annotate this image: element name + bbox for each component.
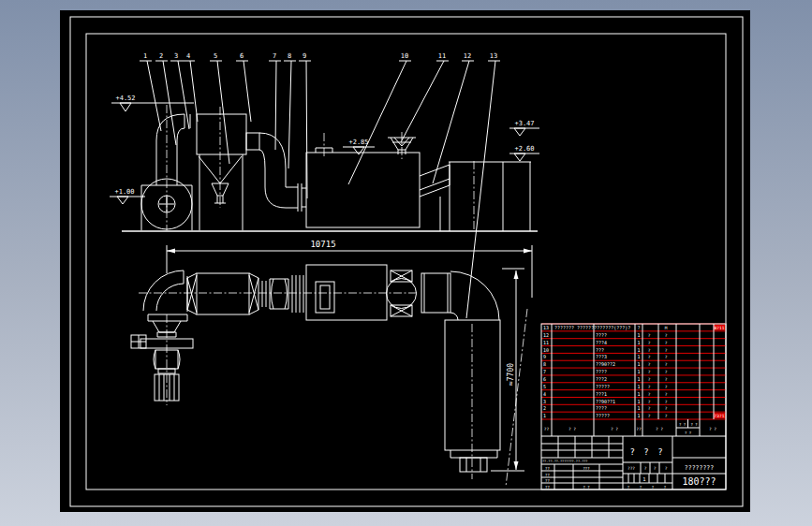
bom-cell-name: ???3 [596, 354, 607, 359]
scale-label: ??? [627, 466, 635, 471]
elevation-mark: +3.47 [514, 120, 534, 127]
bom-cell-qty: 1 [637, 347, 640, 353]
bom-cell-total-weight: ? [665, 370, 668, 374]
sig-label: ?? [545, 478, 550, 483]
drawing-title: ? ? ? [629, 447, 664, 457]
elevation-mark: +2.85 [348, 139, 368, 146]
leader-label: 2 [159, 52, 163, 60]
bom-cell-unit-weight: ? [648, 333, 651, 338]
bom-cell-unit-weight: ? [648, 341, 651, 345]
bom-cell-total-weight: ? [665, 348, 668, 353]
bom-cell-no: 3 [543, 399, 546, 404]
bom-cell-qty: ? [637, 325, 640, 330]
bom-cell-no: 4 [543, 391, 546, 397]
leader-label: 3 [174, 52, 178, 60]
bom-cell-no: 11 [543, 340, 549, 345]
sig-label: ?? [545, 466, 550, 471]
bom-cell-unit-weight: ? [648, 348, 651, 353]
bom-cell-unit-weight: ? [648, 355, 651, 359]
bom-cell-name: ???1 [596, 391, 607, 397]
bom-cell-total-weight: ? [665, 385, 668, 389]
bom-cell-total-weight: ? [665, 355, 668, 359]
bom-header-qty: ?? [636, 427, 642, 431]
bom-cell-name: ??????? ?????????????(???)? [554, 325, 630, 330]
leader-label: 5 [214, 52, 217, 60]
bom-cell-qty: 1 [637, 413, 640, 418]
bom-cell-total-weight: ? [665, 377, 668, 382]
bom-header-no: ?? [544, 427, 550, 431]
bom-cell-qty: 1 [637, 405, 640, 411]
leader-label: 10 [401, 52, 408, 60]
elevation-mark: +1.00 [114, 188, 134, 196]
dimension-text: 10715 [310, 240, 335, 249]
bom-cell-total-weight: ? [665, 414, 668, 418]
bom-cell-no: 7 [543, 369, 546, 374]
elevation-mark: +4.52 [115, 95, 135, 102]
bom-cell-name: ???2 [596, 376, 607, 382]
bom-cell-unit-weight: ? [648, 385, 651, 389]
bom-cell-name: ??90??2 [596, 361, 615, 367]
bom-cell-unit-weight: ? [648, 362, 651, 367]
drawing-canvas[interactable] [60, 10, 750, 512]
bom-cell-name: ??90??1 [596, 399, 615, 404]
sig-extra: ??? [583, 466, 590, 471]
bom-cell-unit-weight: ? [648, 414, 651, 418]
bom-header-code: ? ? [568, 427, 576, 431]
bom-cell-qty: 1 [637, 376, 640, 382]
project-name: ???????? [685, 464, 714, 472]
bom-cell-name: ??? [596, 347, 604, 353]
bom-cell-no: 5 [543, 384, 546, 389]
bom-cell-qty: 1 [637, 391, 640, 397]
bom-cell-unit-weight: ? [648, 400, 651, 404]
bom-cell-unit-weight: ? [648, 392, 651, 397]
bom-cell-name: ???? [596, 369, 607, 374]
bom-cell-unit-weight: ? [648, 406, 651, 411]
bom-cell-unit-weight: ? [648, 370, 651, 374]
bom-cell-no: 6 [543, 376, 546, 382]
leader-label: 12 [464, 52, 471, 60]
leader-label: 11 [438, 52, 446, 60]
scale-cell: ? [665, 466, 668, 471]
bom-cell-qty: 1 [637, 399, 640, 404]
bom-cell-no: 13 [543, 325, 549, 330]
elevation-mark: +2.60 [514, 145, 534, 153]
bom-header-unit-weight: ? ? [679, 422, 687, 427]
bom-cell-qty: 1 [637, 332, 640, 338]
bom-header-name: ? ? [611, 427, 618, 431]
bom-cell-name: ???? [596, 405, 607, 411]
bom-cell-qty: 1 [637, 354, 640, 359]
bom-cell-qty: 1 [637, 361, 640, 367]
bom-cell-qty: 1 [637, 369, 640, 374]
revision-row-text: ??.??.??.???????.??.??? [542, 460, 587, 463]
bom-header-total-weight: ? ? [690, 422, 698, 427]
sig-extra2: ? ? [583, 485, 590, 489]
bom-header-material: ? ? [656, 427, 663, 431]
leader-label: 6 [240, 52, 244, 60]
bom-header-weight: ? ? [685, 431, 692, 435]
sig-label: ?? [545, 473, 550, 477]
bom-cell-note: ?3?1 [715, 414, 725, 418]
leader-label: 13 [490, 52, 497, 60]
leader-label: 9 [303, 52, 306, 60]
bom-cell-name: ???4 [596, 340, 607, 345]
cad-drawing-surface[interactable]: +4.52 +1.00 +2.85 +3.47 +2.60 10715 [0, 0, 812, 526]
bom-header-note: ? ? [709, 427, 716, 431]
bom-cell-name: ????? [596, 413, 610, 418]
bom-cell-total-weight: M [665, 326, 668, 330]
bom-cell-total-weight: ? [665, 406, 668, 411]
leader-label: 4 [186, 52, 190, 60]
leader-label: 1 [143, 52, 147, 60]
cad-viewer-page: { "colors": { "canvas": "#000000", "line… [0, 0, 812, 526]
bom-cell-qty: 1 [637, 384, 640, 389]
bom-cell-no: 12 [543, 332, 549, 338]
sheet-number: 1 [642, 476, 645, 482]
sig-label: ?? [545, 485, 550, 489]
bom-cell-no: 8 [543, 361, 546, 367]
leader-label: 7 [273, 52, 276, 60]
bom-cell-note: 8?11 [715, 326, 725, 330]
bom-cell-no: 10 [543, 347, 549, 353]
bom-cell-no: 2 [543, 405, 546, 411]
drawing-number: 180??? [682, 476, 716, 487]
bom-cell-name: ???? [596, 332, 607, 338]
bom-cell-unit-weight: ? [648, 377, 651, 382]
